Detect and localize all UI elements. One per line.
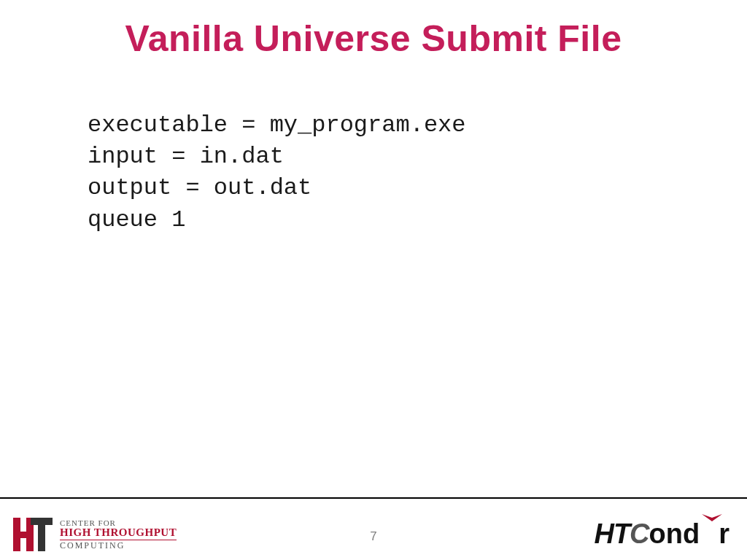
chtc-logo: CENTER FOR HIGH THROUGHPUT COMPUTING: [13, 518, 177, 551]
chtc-line2: HIGH THROUGHPUT: [60, 527, 177, 540]
htcondor-ht: HT: [594, 518, 630, 550]
code-line-4: queue 1: [88, 206, 185, 233]
footer-divider: [0, 497, 747, 499]
code-line-2: input = in.dat: [88, 143, 284, 170]
submit-file-code: executable = my_program.exe input = in.d…: [88, 109, 465, 236]
code-line-1: executable = my_program.exe: [88, 112, 465, 139]
slide: Vanilla Universe Submit File executable …: [0, 0, 747, 560]
code-line-3: output = out.dat: [88, 174, 311, 201]
htcondor-ond: ond: [649, 518, 700, 550]
chtc-text: CENTER FOR HIGH THROUGHPUT COMPUTING: [60, 519, 177, 551]
chtc-line3: COMPUTING: [60, 541, 177, 551]
ht-mark-icon: [13, 518, 53, 551]
htcondor-c: C: [630, 518, 649, 550]
htcondor-logo: HTCondr: [594, 518, 729, 550]
slide-title: Vanilla Universe Submit File: [0, 18, 747, 60]
